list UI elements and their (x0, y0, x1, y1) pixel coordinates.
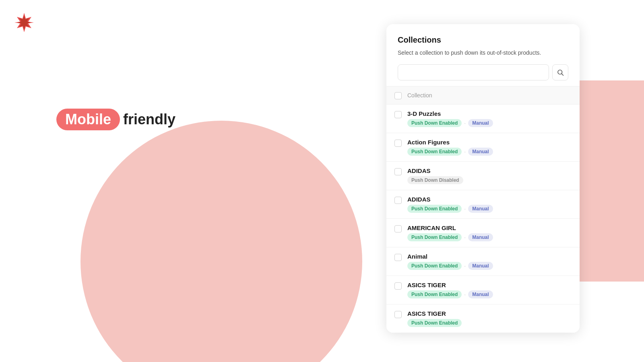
badge-status: Push Down Enabled (407, 205, 462, 213)
item-checkbox[interactable] (394, 168, 402, 175)
badge-separator: · (464, 291, 466, 298)
select-all-checkbox[interactable] (394, 92, 402, 99)
badge-mode: Manual (468, 119, 493, 127)
tagline-friendly: friendly (123, 111, 175, 128)
item-checkbox[interactable] (394, 282, 402, 290)
badge-status: Push Down Enabled (407, 119, 462, 127)
bg-decoration-circle (80, 121, 362, 362)
badge-separator: · (464, 206, 466, 212)
badge-status: Push Down Enabled (407, 148, 462, 156)
item-content: Action FiguresPush Down Enabled·Manual (407, 139, 572, 156)
collection-item: ASICS TIGERPush Down Enabled (386, 304, 580, 333)
collection-item: AnimalPush Down Enabled·Manual (386, 247, 580, 276)
item-checkbox[interactable] (394, 225, 402, 232)
search-button[interactable] (552, 64, 568, 80)
item-badges: Push Down Disabled (407, 176, 572, 184)
search-row (398, 64, 568, 80)
item-content: ASICS TIGERPush Down Enabled·Manual (407, 282, 572, 298)
collection-header-label: Collection (407, 92, 432, 99)
item-badges: Push Down Enabled·Manual (407, 205, 572, 213)
item-name: ASICS TIGER (407, 282, 572, 288)
badge-status: Push Down Enabled (407, 290, 462, 298)
item-badges: Push Down Enabled (407, 319, 572, 327)
item-content: ASICS TIGERPush Down Enabled (407, 310, 572, 327)
collection-item: Action FiguresPush Down Enabled·Manual (386, 133, 580, 162)
item-name: ADIDAS (407, 196, 572, 203)
item-content: 3-D PuzzlesPush Down Enabled·Manual (407, 110, 572, 127)
badge-mode: Manual (468, 233, 493, 241)
badge-status: Push Down Enabled (407, 319, 462, 327)
tagline-mobile: Mobile (56, 109, 120, 130)
item-badges: Push Down Enabled·Manual (407, 119, 572, 127)
badge-mode: Manual (468, 148, 493, 156)
item-checkbox[interactable] (394, 111, 402, 118)
tagline: Mobile friendly (56, 109, 175, 130)
collections-panel: Collections Select a collection to push … (386, 24, 580, 333)
item-badges: Push Down Enabled·Manual (407, 233, 572, 241)
panel-description: Select a collection to push down its out… (398, 49, 568, 57)
collection-item: ADIDASPush Down Disabled (386, 162, 580, 190)
items-container: 3-D PuzzlesPush Down Enabled·ManualActio… (386, 105, 580, 333)
badge-status: Push Down Enabled (407, 262, 462, 270)
item-badges: Push Down Enabled·Manual (407, 148, 572, 156)
item-checkbox[interactable] (394, 197, 402, 204)
item-badges: Push Down Enabled·Manual (407, 262, 572, 270)
badge-separator: · (464, 234, 466, 241)
badge-mode: Manual (468, 290, 493, 298)
badge-status: Push Down Enabled (407, 233, 462, 241)
panel-title: Collections (398, 35, 568, 45)
collection-list: Collection 3-D PuzzlesPush Down Enabled·… (386, 86, 580, 333)
item-name: 3-D Puzzles (407, 110, 572, 117)
item-content: AMERICAN GIRLPush Down Enabled·Manual (407, 224, 572, 241)
badge-separator: · (464, 263, 466, 269)
collection-item: 3-D PuzzlesPush Down Enabled·Manual (386, 105, 580, 133)
item-checkbox[interactable] (394, 140, 402, 147)
item-name: AMERICAN GIRL (407, 224, 572, 231)
search-input[interactable] (398, 64, 549, 80)
collection-list-header: Collection (386, 86, 580, 105)
app-logo (13, 11, 35, 35)
badge-mode: Manual (468, 205, 493, 213)
collection-item: AMERICAN GIRLPush Down Enabled·Manual (386, 219, 580, 247)
badge-mode: Manual (468, 262, 493, 270)
badge-separator: · (464, 148, 466, 155)
item-content: AnimalPush Down Enabled·Manual (407, 253, 572, 270)
collection-item: ADIDASPush Down Enabled·Manual (386, 190, 580, 219)
item-content: ADIDASPush Down Disabled (407, 167, 572, 184)
item-name: ADIDAS (407, 167, 572, 174)
panel-inner: Collections Select a collection to push … (386, 24, 580, 80)
badge-status: Push Down Disabled (407, 176, 463, 184)
item-checkbox[interactable] (394, 311, 402, 318)
item-content: ADIDASPush Down Enabled·Manual (407, 196, 572, 213)
item-name: Animal (407, 253, 572, 260)
item-badges: Push Down Enabled·Manual (407, 290, 572, 298)
svg-line-1 (561, 74, 563, 75)
item-name: Action Figures (407, 139, 572, 146)
item-checkbox[interactable] (394, 254, 402, 261)
item-name: ASICS TIGER (407, 310, 572, 317)
badge-separator: · (464, 120, 466, 126)
collection-item: ASICS TIGERPush Down Enabled·Manual (386, 276, 580, 304)
